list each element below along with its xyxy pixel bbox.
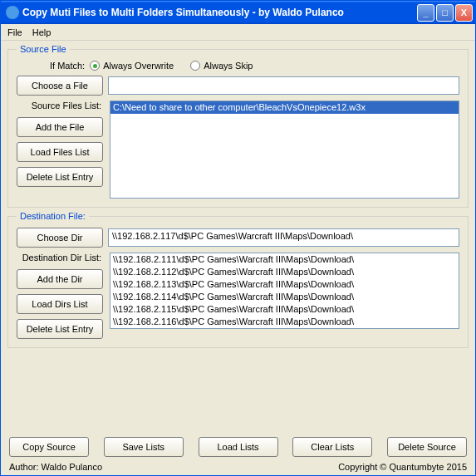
load-files-button[interactable]: Load Files List xyxy=(17,142,103,162)
save-lists-button[interactable]: Save Lists xyxy=(104,437,184,457)
titlebar[interactable]: Copy Muti Files to Multi Folders Simulta… xyxy=(1,1,475,24)
list-item[interactable]: \\192.168.2.113\d$\PC Games\Warcraft III… xyxy=(110,278,459,291)
radio-skip-label: Always Skip xyxy=(204,61,253,71)
clear-lists-button[interactable]: Clear Lists xyxy=(292,437,372,457)
choose-dir-button[interactable]: Choose Dir xyxy=(17,228,103,248)
list-item[interactable]: \\192.168.2.112\d$\PC Games\Warcraft III… xyxy=(110,266,459,278)
author-label: Author: Waldo Pulanco xyxy=(9,462,102,472)
source-legend: Source File xyxy=(17,44,70,54)
bottom-button-row: Copy Source Save Lists Load Lists Clear … xyxy=(1,432,475,460)
source-file-group: Source File If Match: Always Overwrite A… xyxy=(7,44,469,208)
copy-source-button[interactable]: Copy Source xyxy=(9,437,89,457)
load-lists-button[interactable]: Load Lists xyxy=(199,437,278,457)
dest-legend: Destination File: xyxy=(17,211,89,221)
minimize-button[interactable]: _ xyxy=(417,4,434,22)
radio-overwrite-label: Always Overwrite xyxy=(103,61,174,71)
window-title: Copy Muti Files to Multi Folders Simulta… xyxy=(22,7,417,18)
copyright-label: Copyright © Quantumbyte 2015 xyxy=(338,462,467,472)
destination-file-group: Destination File: Choose Dir \\192.168.2… xyxy=(7,211,469,348)
close-button[interactable]: X xyxy=(455,4,473,22)
app-icon xyxy=(6,6,19,19)
source-list-label: Source Files List: xyxy=(17,101,103,110)
footer: Author: Waldo Pulanco Copyright © Quantu… xyxy=(1,460,475,475)
dir-input[interactable]: \\192.168.2.117\d$\PC Games\Warcraft III… xyxy=(108,228,459,247)
dest-list-label: Destination Dir List: xyxy=(17,253,103,263)
source-files-listbox[interactable]: C:\Need to share to other computer\Bleac… xyxy=(110,101,459,199)
list-item[interactable]: \\192.168.2.116\d$\PC Games\Warcraft III… xyxy=(110,316,459,328)
file-input[interactable] xyxy=(108,76,459,95)
list-item[interactable]: \\192.168.2.115\d$\PC Games\Warcraft III… xyxy=(110,303,459,316)
radio-icon xyxy=(190,61,200,71)
list-item[interactable]: \\192.168.2.114\d$\PC Games\Warcraft III… xyxy=(110,291,459,303)
menubar: File Help xyxy=(1,24,475,41)
delete-source-button[interactable]: Delete Source xyxy=(387,437,467,457)
list-item[interactable]: C:\Need to share to other computer\Bleac… xyxy=(110,101,459,114)
if-match-label: If Match: xyxy=(50,61,85,71)
menu-help[interactable]: Help xyxy=(32,27,52,37)
choose-file-button[interactable]: Choose a File xyxy=(17,76,103,96)
delete-dest-entry-button[interactable]: Delete List Entry xyxy=(17,319,103,339)
menu-file[interactable]: File xyxy=(7,27,22,37)
list-item[interactable]: \\192.168.2.111\d$\PC Games\Warcraft III… xyxy=(110,253,459,266)
destination-dir-listbox[interactable]: \\192.168.2.111\d$\PC Games\Warcraft III… xyxy=(110,253,459,329)
radio-skip[interactable]: Always Skip xyxy=(190,61,253,71)
app-window: Copy Muti Files to Multi Folders Simulta… xyxy=(0,0,476,476)
add-dir-button[interactable]: Add the Dir xyxy=(17,269,103,289)
add-file-button[interactable]: Add the File xyxy=(17,117,103,137)
radio-icon xyxy=(90,61,100,71)
maximize-button[interactable]: □ xyxy=(436,4,454,22)
load-dirs-button[interactable]: Load Dirs List xyxy=(17,294,103,314)
delete-source-entry-button[interactable]: Delete List Entry xyxy=(17,167,103,187)
radio-overwrite[interactable]: Always Overwrite xyxy=(90,61,174,71)
